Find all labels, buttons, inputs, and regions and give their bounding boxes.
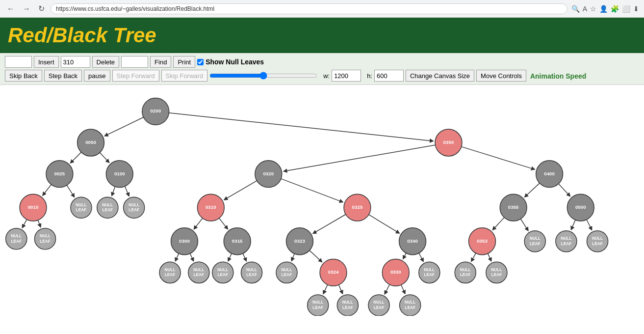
svg-text:NULL: NULL [129, 202, 139, 207]
width-input[interactable] [332, 70, 361, 82]
svg-text:NULL: NULL [491, 267, 502, 272]
skip-forward-button[interactable]: Skip Forward [161, 70, 208, 82]
svg-text:LEAF: LEAF [193, 272, 204, 277]
print-button[interactable]: Print [173, 56, 195, 68]
svg-text:LEAF: LEAF [312, 305, 323, 310]
tree-node-n323[interactable]: 0323 [286, 228, 313, 255]
svg-text:0323: 0323 [294, 238, 305, 244]
tree-node-nNL330b[interactable]: NULLLEAF [400, 295, 421, 316]
page-header: Red/Black Tree [0, 18, 644, 53]
skip-back-button[interactable]: Skip Back [5, 70, 42, 82]
url-bar[interactable] [51, 3, 567, 14]
tree-node-n350[interactable]: 0350 [435, 129, 462, 156]
show-null-label[interactable]: Show Null Leaves [197, 58, 264, 66]
tree-node-n100[interactable]: 0100 [106, 161, 133, 188]
svg-line-34 [323, 285, 328, 294]
tree-node-n200[interactable]: 0200 [142, 98, 169, 125]
svg-text:LEAF: LEAF [561, 241, 572, 246]
tree-node-nNL324b[interactable]: NULLLEAF [337, 295, 358, 316]
tree-node-nNL300b[interactable]: NULLLEAF [188, 262, 209, 283]
svg-text:0315: 0315 [232, 238, 243, 244]
move-controls-button[interactable]: Move Controls [476, 70, 526, 82]
tree-node-n500[interactable]: 0500 [567, 194, 594, 221]
tree-node-n340[interactable]: 0340 [399, 228, 426, 255]
svg-line-6 [43, 185, 52, 195]
tree-node-nNL10a[interactable]: NULLLEAF [6, 228, 27, 250]
tree-node-nNL4[interactable]: NULLLEAF [524, 231, 545, 252]
tree-node-n310[interactable]: 0310 [197, 194, 224, 221]
svg-text:NULL: NULL [11, 233, 22, 238]
show-null-checkbox[interactable] [197, 59, 204, 65]
tree-node-n315[interactable]: 0315 [224, 228, 251, 255]
svg-line-13 [559, 184, 570, 196]
svg-text:0324: 0324 [328, 269, 339, 275]
svg-line-36 [385, 284, 389, 294]
insert-input[interactable] [5, 56, 32, 68]
tree-node-nNL10b[interactable]: NULLLEAF [34, 228, 55, 250]
svg-line-32 [471, 253, 476, 261]
svg-text:LEAF: LEAF [217, 272, 228, 277]
delete-input[interactable] [61, 56, 90, 68]
speed-slider[interactable] [209, 72, 317, 80]
tree-node-nNL3[interactable]: NULLLEAF [124, 197, 145, 218]
find-input[interactable] [121, 56, 148, 68]
find-button[interactable]: Find [150, 56, 171, 68]
tree-node-nNL340a[interactable]: NULLLEAF [419, 262, 440, 283]
svg-line-25 [190, 253, 193, 261]
tree-node-n355[interactable]: 0355 [500, 194, 527, 221]
svg-line-7 [67, 185, 74, 197]
svg-text:0025: 0025 [54, 171, 65, 176]
tree-node-n324[interactable]: 0324 [320, 259, 347, 286]
profile-icon: 👤 [599, 5, 608, 13]
svg-line-31 [419, 253, 423, 261]
split-icon: ⬜ [622, 5, 630, 13]
tree-node-nNL330a[interactable]: NULLLEAF [368, 295, 389, 316]
tree-node-nNL315b[interactable]: NULLLEAF [241, 262, 262, 283]
svg-text:LEAF: LEAF [374, 305, 385, 310]
tree-node-nNL353a[interactable]: NULLLEAF [455, 262, 476, 283]
tree-node-nNL300a[interactable]: NULLLEAF [159, 262, 180, 283]
tree-node-n25[interactable]: 0025 [46, 161, 73, 188]
tree-node-n320[interactable]: 0320 [255, 161, 282, 188]
svg-text:NULL: NULL [592, 236, 603, 241]
svg-text:LEAF: LEAF [342, 305, 353, 310]
tree-node-nNL324a[interactable]: NULLLEAF [308, 295, 329, 316]
tree-node-n10[interactable]: 0010 [20, 194, 47, 221]
tree-node-nNL323a[interactable]: NULLLEAF [276, 262, 297, 283]
step-forward-button[interactable]: Step Forward [112, 70, 159, 82]
w-label: w: [323, 72, 330, 80]
delete-button[interactable]: Delete [92, 56, 120, 68]
svg-text:NULL: NULL [193, 267, 204, 272]
svg-line-3 [100, 153, 109, 163]
svg-text:0340: 0340 [407, 238, 418, 244]
svg-text:LEAF: LEAF [102, 207, 113, 212]
tree-node-n330[interactable]: 0330 [382, 259, 409, 286]
tree-node-n300[interactable]: 0300 [171, 228, 198, 255]
tree-node-nNL5[interactable]: NULLLEAF [556, 231, 577, 252]
svg-text:0050: 0050 [85, 139, 96, 145]
svg-text:NULL: NULL [530, 236, 541, 241]
svg-text:0355: 0355 [508, 204, 519, 210]
step-back-button[interactable]: Step Back [44, 70, 82, 82]
tree-node-nNL6[interactable]: NULLLEAF [587, 231, 608, 252]
svg-line-0 [104, 117, 143, 136]
height-input[interactable] [374, 70, 404, 82]
svg-line-22 [571, 220, 575, 230]
tree-node-nNL315a[interactable]: NULLLEAF [212, 262, 233, 283]
back-button[interactable]: ← [5, 3, 17, 14]
tree-node-n353[interactable]: 0353 [469, 228, 496, 255]
forward-button[interactable]: → [21, 3, 32, 14]
tree-node-nNL353b[interactable]: NULLLEAF [486, 262, 507, 283]
download-icon: ⬇ [633, 5, 639, 13]
change-canvas-button[interactable]: Change Canvas Size [406, 70, 474, 82]
tree-node-n400[interactable]: 0400 [536, 161, 563, 188]
insert-button[interactable]: Insert [34, 56, 59, 68]
tree-node-n325[interactable]: 0325 [344, 194, 371, 221]
tree-node-nNL2[interactable]: NULLLEAF [97, 197, 118, 218]
refresh-button[interactable]: ↻ [36, 3, 47, 14]
svg-text:NULL: NULL [460, 267, 471, 272]
pause-button[interactable]: pause [84, 70, 110, 82]
browser-icons: 🔍 A ☆ 👤 🧩 ⬜ ⬇ [571, 5, 639, 13]
tree-node-nNL1[interactable]: NULLLEAF [71, 197, 92, 218]
tree-node-n50[interactable]: 0050 [77, 129, 104, 156]
